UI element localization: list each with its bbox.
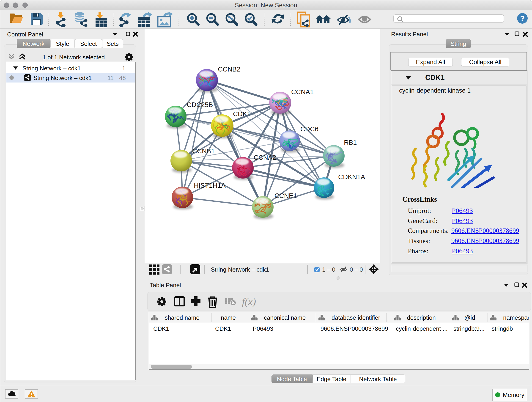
svg-text:CDK1: CDK1	[233, 110, 251, 118]
svg-text:CDC25B: CDC25B	[187, 101, 213, 108]
svg-text:CCNA2: CCNA2	[254, 154, 276, 161]
svg-text:CCNA1: CCNA1	[291, 88, 314, 96]
svg-text:HIST1H1A: HIST1H1A	[194, 182, 226, 189]
svg-text:?: ?	[520, 14, 525, 23]
svg-text:CCNB1: CCNB1	[192, 147, 215, 155]
svg-text:f(x): f(x)	[242, 296, 256, 307]
svg-text:CCNE1: CCNE1	[274, 192, 297, 199]
svg-text:String Network – cdk1: String Network – cdk1	[211, 266, 269, 273]
svg-text:0 – 0: 0 – 0	[350, 266, 363, 273]
svg-text:CCNB2: CCNB2	[218, 65, 240, 73]
svg-text:RB1: RB1	[344, 139, 357, 146]
svg-text:CDKN1A: CDKN1A	[338, 173, 365, 181]
svg-text:CDC6: CDC6	[300, 125, 318, 133]
svg-text:1 – 0: 1 – 0	[322, 266, 336, 273]
